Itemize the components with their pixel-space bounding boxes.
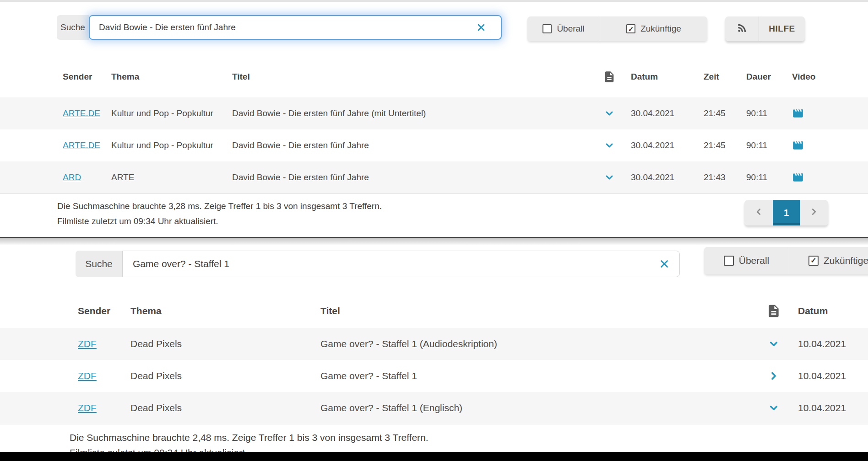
sender-cell: ZDF bbox=[78, 338, 130, 349]
search-input-value: Game over? - Staffel 1 bbox=[133, 258, 229, 269]
result-rows-top: ARTE.DE Kultur und Pop - Popkultur David… bbox=[0, 97, 868, 194]
description-icon bbox=[760, 304, 787, 318]
table-row: ZDF Dead Pixels Game over? - Staffel 1 1… bbox=[0, 360, 868, 392]
filter-group-top: Überall Zukünftige bbox=[527, 16, 707, 41]
col-dauer: Dauer bbox=[738, 72, 781, 82]
table-row: ARTE.DE Kultur und Pop - Popkultur David… bbox=[0, 129, 868, 161]
table-row: ZDF Dead Pixels Game over? - Staffel 1 (… bbox=[0, 328, 868, 360]
search-group-top: Suche David Bowie - Die ersten fünf Jahr… bbox=[57, 15, 502, 40]
checkbox-label: Überall bbox=[557, 24, 584, 34]
titel-cell: David Bowie - Die ersten fünf Jahre bbox=[232, 140, 596, 150]
expand-chevron-icon[interactable] bbox=[596, 172, 623, 183]
col-sender: Sender bbox=[63, 72, 111, 82]
table-row: ARTE.DE Kultur und Pop - Popkultur David… bbox=[0, 97, 868, 129]
previous-page-button[interactable] bbox=[744, 200, 773, 225]
sender-link[interactable]: ARTE.DE bbox=[63, 108, 100, 118]
thema-cell: Dead Pixels bbox=[130, 402, 320, 413]
dauer-cell: 90:11 bbox=[738, 172, 781, 182]
titel-cell: Game over? - Staffel 1 (Audiodeskription… bbox=[320, 338, 760, 349]
video-icon[interactable] bbox=[781, 172, 868, 183]
description-icon bbox=[596, 70, 623, 83]
toolbar-buttons: HILFE bbox=[725, 16, 805, 41]
checkbox-label: Zukünftige bbox=[640, 24, 681, 34]
checkbox-label: Zukünftige bbox=[824, 255, 868, 266]
col-datum: Datum bbox=[787, 306, 868, 316]
datum-cell: 10.04.2021 bbox=[787, 338, 868, 349]
sender-link[interactable]: ZDF bbox=[78, 338, 97, 349]
titel-cell: Game over? - Staffel 1 bbox=[320, 370, 760, 381]
table-row: ZDF Dead Pixels Game over? - Staffel 1 (… bbox=[0, 392, 868, 424]
sender-cell: ARTE.DE bbox=[63, 140, 111, 150]
status-line-1: Die Suchmaschine brauchte 2,48 ms. Zeige… bbox=[70, 430, 429, 445]
help-button[interactable]: HILFE bbox=[759, 16, 805, 41]
zeit-cell: 21:43 bbox=[695, 172, 738, 182]
current-page-button[interactable]: 1 bbox=[773, 200, 800, 225]
checkbox-box bbox=[808, 256, 819, 266]
dauer-cell: 90:11 bbox=[738, 108, 781, 118]
checkbox-label: Überall bbox=[739, 255, 770, 266]
col-video: Video bbox=[781, 72, 868, 82]
video-icon[interactable] bbox=[781, 107, 868, 119]
rss-button[interactable] bbox=[725, 16, 759, 41]
sender-cell: ARD bbox=[63, 172, 111, 182]
result-rows-bottom: ZDF Dead Pixels Game over? - Staffel 1 (… bbox=[0, 328, 868, 424]
search-group-bottom: Suche Game over? - Staffel 1 bbox=[76, 251, 680, 277]
checkbox-box bbox=[626, 24, 635, 33]
checkbox-zukuenftige[interactable]: Zukünftige bbox=[600, 16, 707, 41]
table-row: ARD ARTE David Bowie - Die ersten fünf J… bbox=[0, 161, 868, 193]
thema-cell: ARTE bbox=[111, 172, 232, 182]
sender-link[interactable]: ARD bbox=[63, 172, 81, 182]
col-thema: Thema bbox=[111, 72, 232, 82]
next-page-button[interactable] bbox=[800, 200, 828, 225]
thema-cell: Dead Pixels bbox=[130, 370, 320, 381]
table-header-bottom: Sender Thema Titel Datum bbox=[0, 295, 868, 327]
clear-search-icon[interactable] bbox=[658, 258, 670, 270]
expand-chevron-icon[interactable] bbox=[760, 402, 787, 414]
search-input-value: David Bowie - Die ersten fünf Jahre bbox=[99, 22, 236, 32]
status-line-1: Die Suchmaschine brauchte 3,28 ms. Zeige… bbox=[57, 198, 382, 214]
checkbox-zukuenftige[interactable]: Zukünftige bbox=[789, 247, 868, 274]
expand-chevron-icon[interactable] bbox=[760, 338, 787, 350]
search-status-top: Die Suchmaschine brauchte 3,28 ms. Zeige… bbox=[57, 198, 382, 229]
datum-cell: 30.04.2021 bbox=[623, 108, 695, 118]
col-sender: Sender bbox=[78, 306, 130, 316]
col-datum: Datum bbox=[623, 72, 695, 82]
checkbox-ueberall[interactable]: Überall bbox=[704, 247, 789, 274]
search-input[interactable]: David Bowie - Die ersten fünf Jahre bbox=[89, 15, 502, 40]
checkbox-box bbox=[542, 24, 552, 33]
expand-chevron-icon[interactable] bbox=[596, 108, 623, 119]
filter-group-bottom: Überall Zukünftige bbox=[704, 247, 868, 274]
sender-link[interactable]: ZDF bbox=[78, 370, 97, 381]
zeit-cell: 21:45 bbox=[695, 140, 738, 150]
thema-cell: Kultur und Pop - Popkultur bbox=[111, 140, 232, 150]
clear-search-icon[interactable] bbox=[475, 21, 487, 33]
expand-chevron-icon[interactable] bbox=[760, 370, 787, 382]
datum-cell: 30.04.2021 bbox=[623, 140, 695, 150]
panel-divider bbox=[0, 237, 868, 245]
datum-cell: 10.04.2021 bbox=[787, 402, 868, 413]
video-icon[interactable] bbox=[781, 139, 868, 151]
titel-cell: David Bowie - Die ersten fünf Jahre bbox=[232, 172, 596, 182]
col-titel: Titel bbox=[320, 306, 760, 316]
search-input[interactable]: Game over? - Staffel 1 bbox=[122, 251, 680, 277]
sender-cell: ZDF bbox=[78, 370, 130, 381]
dauer-cell: 90:11 bbox=[738, 140, 781, 150]
bottom-black-bar bbox=[0, 452, 868, 461]
sender-link[interactable]: ARTE.DE bbox=[63, 140, 100, 150]
expand-chevron-icon[interactable] bbox=[596, 140, 623, 151]
checkbox-ueberall[interactable]: Überall bbox=[527, 16, 600, 41]
search-label: Suche bbox=[57, 15, 89, 40]
chevron-right-icon bbox=[809, 207, 819, 219]
datum-cell: 30.04.2021 bbox=[623, 172, 695, 182]
sender-cell: ARTE.DE bbox=[63, 108, 111, 118]
sender-link[interactable]: ZDF bbox=[78, 402, 97, 413]
titel-cell: David Bowie - Die ersten fünf Jahre (mit… bbox=[232, 108, 596, 118]
sender-cell: ZDF bbox=[78, 402, 130, 413]
chevron-left-icon bbox=[754, 207, 764, 219]
top-edge-strip bbox=[0, 0, 868, 2]
rss-icon bbox=[736, 22, 748, 36]
thema-cell: Dead Pixels bbox=[130, 338, 320, 349]
col-thema: Thema bbox=[130, 306, 320, 316]
checkbox-box bbox=[724, 256, 734, 266]
zeit-cell: 21:45 bbox=[695, 108, 738, 118]
